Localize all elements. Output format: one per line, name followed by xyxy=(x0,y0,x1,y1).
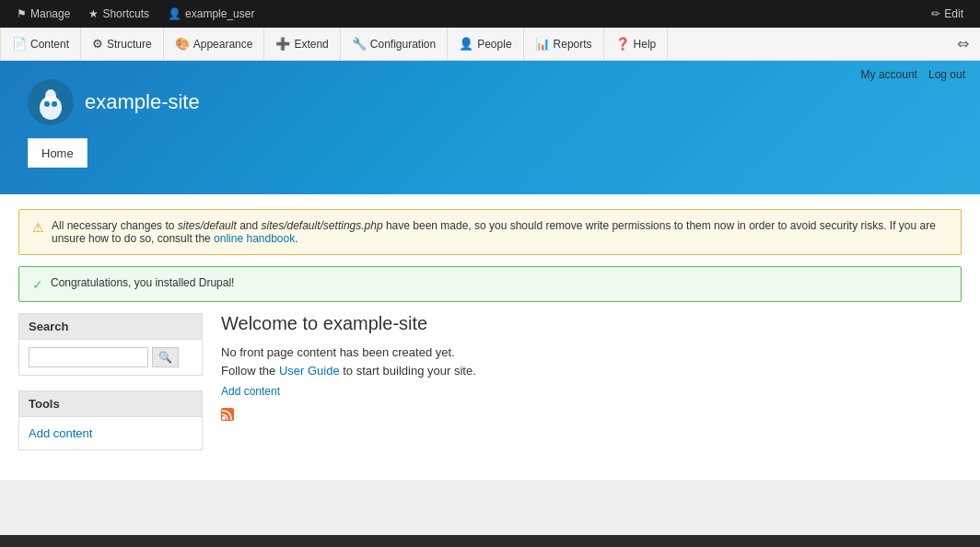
svg-point-5 xyxy=(222,416,226,420)
nav-tabs: Home xyxy=(28,138,952,167)
svg-point-2 xyxy=(44,101,50,107)
user-label: example_user xyxy=(185,7,254,20)
toolbar-right: ⇔ xyxy=(953,31,980,56)
content-icon: 📄 xyxy=(12,37,27,51)
home-tab-link[interactable]: Home xyxy=(28,138,88,168)
toolbar-extend[interactable]: ➕ Extend xyxy=(264,28,340,61)
add-content-main-link[interactable]: Add content xyxy=(221,383,962,400)
sidebar: Search 🔍 Tools Add content xyxy=(18,313,203,465)
footer-spacer xyxy=(0,480,980,535)
appearance-icon: 🎨 xyxy=(175,37,190,51)
secondary-toolbar: 📄 Content ⚙ Structure 🎨 Appearance ➕ Ext… xyxy=(0,28,980,61)
drupal-logo-svg xyxy=(32,84,69,121)
warning-text: All necessary changes to sites/default a… xyxy=(52,219,948,245)
warning-icon: ⚠ xyxy=(32,220,44,235)
toolbar-help-label: Help xyxy=(634,38,657,51)
main-section: Welcome to example-site No front page co… xyxy=(221,313,962,465)
toolbar-appearance[interactable]: 🎨 Appearance xyxy=(164,28,265,61)
extend-icon: ➕ xyxy=(275,37,290,51)
toolbar-content[interactable]: 📄 Content xyxy=(0,28,81,61)
search-button[interactable]: 🔍 xyxy=(152,347,179,367)
search-input[interactable] xyxy=(29,347,148,367)
success-alert: ✓ Congratulations, you installed Drupal! xyxy=(18,266,962,302)
manage-menu-item[interactable]: ⚑ Manage xyxy=(7,0,79,28)
manage-label: Manage xyxy=(30,7,70,20)
toolbar-configuration[interactable]: 🔧 Configuration xyxy=(341,28,448,61)
handbook-link[interactable]: online handbook xyxy=(214,232,295,245)
search-block-title: Search xyxy=(19,314,202,340)
help-icon: ❓ xyxy=(615,37,630,51)
star-icon: ★ xyxy=(88,7,99,20)
reports-icon: 📊 xyxy=(535,37,550,51)
user-menu-item[interactable]: 👤 example_user xyxy=(158,0,263,28)
pencil-icon: ✏ xyxy=(931,7,940,20)
site-brand: example-site xyxy=(28,79,952,125)
body-text-2: Follow the User Guide to start building … xyxy=(221,362,962,380)
edit-menu-item[interactable]: ✏ Edit xyxy=(922,0,973,28)
site-nav: Home xyxy=(28,138,952,167)
body-text-1: No front page content has been created y… xyxy=(221,343,962,362)
toolbar-appearance-label: Appearance xyxy=(193,38,253,51)
admin-bar-left: ⚑ Manage ★ Shortcuts 👤 example_user xyxy=(7,0,263,28)
checkmark-icon: ✓ xyxy=(32,277,43,292)
header-user-links: My account Log out xyxy=(861,68,965,81)
user-icon: 👤 xyxy=(168,7,181,20)
manage-icon: ⚑ xyxy=(17,7,27,20)
shortcuts-menu-item[interactable]: ★ Shortcuts xyxy=(79,0,158,28)
user-guide-link[interactable]: User Guide xyxy=(279,364,340,378)
structure-icon: ⚙ xyxy=(92,37,103,51)
tools-block-content: Add content xyxy=(19,417,202,449)
admin-bar: ⚑ Manage ★ Shortcuts 👤 example_user ✏ Ed… xyxy=(0,0,980,28)
site-logo xyxy=(28,79,74,125)
search-block-content: 🔍 xyxy=(19,340,202,375)
configuration-icon: 🔧 xyxy=(352,37,367,51)
toolbar-reports[interactable]: 📊 Reports xyxy=(524,28,604,61)
page-title: Welcome to example-site xyxy=(221,313,962,334)
expand-icon[interactable]: ⇔ xyxy=(953,31,973,56)
site-name-link[interactable]: example-site xyxy=(85,90,200,114)
log-out-link[interactable]: Log out xyxy=(928,68,965,81)
toolbar-people-label: People xyxy=(477,38,511,51)
toolbar-reports-label: Reports xyxy=(554,38,592,51)
my-account-link[interactable]: My account xyxy=(861,68,917,81)
toolbar-content-label: Content xyxy=(30,38,69,51)
toolbar-configuration-label: Configuration xyxy=(370,38,436,51)
search-block: Search 🔍 xyxy=(18,313,203,376)
search-form: 🔍 xyxy=(29,347,192,367)
toolbar-help[interactable]: ❓ Help xyxy=(604,28,669,61)
edit-label: Edit xyxy=(944,7,963,20)
svg-point-3 xyxy=(52,101,57,107)
toolbar-structure[interactable]: ⚙ Structure xyxy=(81,28,164,61)
toolbar-extend-label: Extend xyxy=(294,38,328,51)
add-content-sidebar-link[interactable]: Add content xyxy=(29,425,192,442)
toolbar-people[interactable]: 👤 People xyxy=(448,28,523,61)
tools-block-title: Tools xyxy=(19,391,202,417)
rss-icon[interactable] xyxy=(221,405,962,427)
home-tab[interactable]: Home xyxy=(28,138,88,167)
warning-alert: ⚠ All necessary changes to sites/default… xyxy=(18,209,962,255)
main-content: ⚠ All necessary changes to sites/default… xyxy=(0,194,980,480)
toolbar-left: 📄 Content ⚙ Structure 🎨 Appearance ➕ Ext… xyxy=(0,28,668,61)
content-layout: Search 🔍 Tools Add content Welcome to ex… xyxy=(18,313,962,465)
tools-block: Tools Add content xyxy=(18,390,203,450)
admin-bar-right: ✏ Edit xyxy=(922,0,973,28)
shortcuts-label: Shortcuts xyxy=(102,7,149,20)
toolbar-structure-label: Structure xyxy=(107,38,152,51)
footer: Contact Powered by Drupal xyxy=(0,535,980,547)
success-text: Congratulations, you installed Drupal! xyxy=(51,276,234,289)
people-icon: 👤 xyxy=(459,37,473,51)
page-body: No front page content has been created y… xyxy=(221,343,962,427)
site-header: My account Log out example-site Home xyxy=(0,61,980,194)
